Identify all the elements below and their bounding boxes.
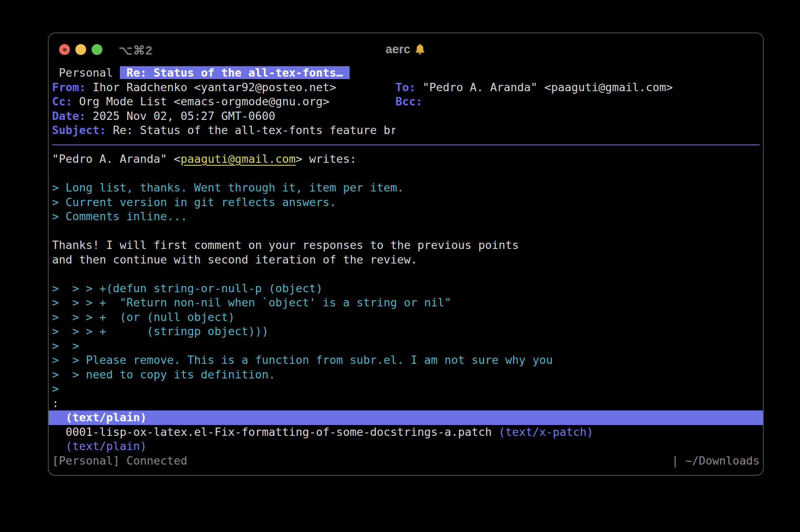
header-row-date: Date: 2025 Nov 02, 05:27 GMT-0600 xyxy=(52,109,760,124)
header-row-subject: Subject: Re: Status of the all-tex-fonts… xyxy=(52,123,760,138)
header-row-cc-bcc: Cc: Org Mode List <emacs-orgmode@gnu.org… xyxy=(52,94,760,109)
attachment-row-selected[interactable]: (text/plain) xyxy=(49,410,763,425)
body-line: > > > + "Return non-nil when `object' is… xyxy=(52,296,760,310)
header-separator xyxy=(52,138,760,152)
body-line: > > Please remove. This is a function fr… xyxy=(52,353,760,368)
cc-label: Cc: xyxy=(52,95,72,108)
header-cc: Cc: Org Mode List <emacs-orgmode@gnu.org… xyxy=(52,94,395,109)
attachment-row-patch[interactable]: 0001-lisp-ox-latex.el-Fix-formatting-of-… xyxy=(52,425,760,440)
body-writes-line: "Pedro A. Aranda" <paaguti@gmail.com> wr… xyxy=(52,152,760,167)
date-value: 2025 Nov 02, 05:27 GMT-0600 xyxy=(86,109,275,122)
status-connection: [Personal] Connected xyxy=(52,454,187,468)
body-line xyxy=(52,267,760,281)
from-value: Ihor Radchenko <yantar92@posteo.net> xyxy=(86,81,336,94)
body-line: : xyxy=(52,396,760,411)
window-title: aerc xyxy=(49,42,763,58)
terminal-window: ⌥⌘2 aerc Personal Re: Status of the all-… xyxy=(48,32,764,476)
body-line: > Current version in git reflects answer… xyxy=(52,195,760,210)
from-label: From: xyxy=(52,81,86,94)
header-from: From: Ihor Radchenko <yantar92@posteo.ne… xyxy=(52,80,395,95)
subject-value: Re: Status of the all-tex-fonts feature … xyxy=(106,124,395,137)
terminal-content: Personal Re: Status of the all-tex-fonts… xyxy=(49,66,763,468)
body-line: > xyxy=(52,382,760,396)
tab-personal[interactable]: Personal xyxy=(52,66,120,79)
tab-message[interactable]: Re: Status of the all-tex-fonts… xyxy=(120,66,350,79)
body-line: and then continue with second iteration … xyxy=(52,253,760,267)
email-link[interactable]: paaguti@gmail.com xyxy=(181,152,296,165)
status-download-path: | ~/Downloads xyxy=(672,454,760,468)
header-to: To: "Pedro A. Aranda" <paaguti@gmail.com… xyxy=(395,80,760,95)
titlebar: ⌥⌘2 aerc xyxy=(49,33,763,66)
to-value: "Pedro A. Aranda" <paaguti@gmail.com> xyxy=(416,81,673,94)
tab-bar: Personal Re: Status of the all-tex-fonts… xyxy=(52,66,760,80)
body-line: > > need to copy its definition. xyxy=(52,368,760,382)
attachment-row-plain[interactable]: (text/plain) xyxy=(52,439,760,454)
body-line: Thanks! I will first comment on your res… xyxy=(52,238,760,253)
cc-value: Org Mode List <emacs-orgmode@gnu.org> xyxy=(72,95,330,108)
separator-line xyxy=(52,144,760,145)
body-line: > Long list, thanks. Went through it, it… xyxy=(52,181,760,195)
body-line xyxy=(52,224,760,239)
bcc-label: Bcc: xyxy=(395,95,422,108)
attachment-mime: (text/x-patch) xyxy=(499,425,594,438)
header-bcc: Bcc: xyxy=(395,94,760,109)
date-label: Date: xyxy=(52,109,86,122)
header-row-from-to: From: Ihor Radchenko <yantar92@posteo.ne… xyxy=(52,80,760,95)
header-date: Date: 2025 Nov 02, 05:27 GMT-0600 xyxy=(52,109,395,124)
to-label: To: xyxy=(395,81,416,94)
subject-label: Subject: xyxy=(52,124,106,137)
header-subject: Subject: Re: Status of the all-tex-fonts… xyxy=(52,123,395,138)
body-line: > > > + (stringp object))) xyxy=(52,324,760,339)
body-line xyxy=(52,167,760,181)
body-line: > > > +(defun string-or-null-p (object) xyxy=(52,281,760,296)
body-line: > > > + (or (null object) xyxy=(52,310,760,325)
bell-icon xyxy=(414,45,426,58)
attachment-filename: 0001-lisp-ox-latex.el-Fix-formatting-of-… xyxy=(52,425,499,438)
body-line: > > xyxy=(52,339,760,353)
body-line: > Comments inline... xyxy=(52,209,760,224)
status-bar: [Personal] Connected| ~/Downloads xyxy=(52,454,760,468)
